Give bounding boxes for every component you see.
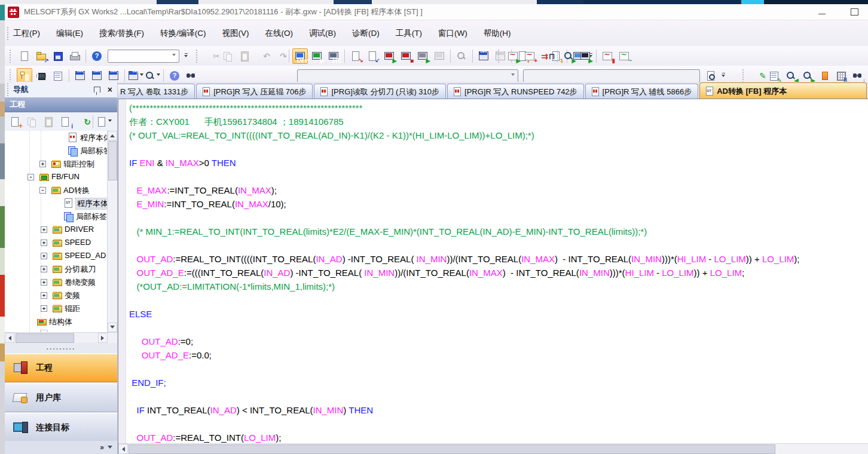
chevron-down-icon[interactable]	[172, 54, 176, 58]
write-to-plc-button[interactable]: ↘	[348, 48, 363, 64]
nav-button-连接目标[interactable]: 连接目标	[5, 413, 117, 442]
cross-reference-button[interactable]	[145, 68, 160, 84]
tree-expander[interactable]: +	[41, 292, 47, 299]
st-edit-button[interactable]: ✎	[750, 68, 765, 84]
tree-vertical-scrollbar[interactable]	[107, 131, 117, 332]
scrollbar-thumb[interactable]	[108, 141, 117, 180]
tree-item-SPEED[interactable]: +SPEED	[5, 236, 117, 249]
find-previous-button[interactable]: ◀	[783, 68, 799, 84]
panel-drag-handle[interactable]	[7, 83, 9, 96]
st-code[interactable]: (***************************************…	[126, 101, 868, 444]
tree-horizontal-scrollbar[interactable]	[5, 332, 117, 343]
scrollbar-thumb[interactable]	[16, 333, 74, 343]
menu-item-在线O[interactable]: 在线(O)	[265, 28, 294, 39]
menu-item-工具T[interactable]: 工具(T)	[396, 28, 422, 39]
tree-item-辊距[interactable]: +辊距	[5, 302, 117, 315]
scrollbar-thumb[interactable]	[129, 444, 775, 454]
menu-item-工程P[interactable]: 工程(P)	[13, 28, 40, 39]
new-project-button[interactable]	[17, 48, 32, 64]
toolbar-drag-handle[interactable]	[497, 50, 500, 63]
bookmark-next-button[interactable]: ↓	[850, 68, 866, 84]
tree-item-辊距控制[interactable]: +辊距控制	[5, 157, 117, 170]
nav-button-用户库[interactable]: 用户库	[5, 384, 117, 412]
function-block-list-button[interactable]	[50, 68, 66, 84]
menu-item-调试B[interactable]: 调试(B)	[309, 28, 336, 39]
toolbar-overflow-find-button[interactable]	[720, 69, 727, 83]
device-batch-button[interactable]: Dev	[106, 68, 121, 84]
menu-item-搜索/替换F[interactable]: 搜索/替换(F)	[99, 28, 144, 39]
device-display-mode-button[interactable]: Dev	[292, 48, 308, 64]
data-property-button[interactable]: i	[57, 114, 73, 130]
sampling-trace-button[interactable]: +	[522, 48, 537, 64]
tree-expander[interactable]: -	[39, 187, 46, 194]
help-button[interactable]: ?	[89, 48, 105, 64]
tree-item-FB/FUN[interactable]: -FB/FUN	[5, 170, 117, 183]
signal-monitor-2-button[interactable]: ~	[616, 48, 632, 64]
toolbar-overflow-standard-button[interactable]	[182, 49, 190, 63]
minimize-button[interactable]	[814, 6, 830, 18]
scroll-left-button[interactable]	[5, 333, 14, 343]
tree-expander[interactable]: -	[27, 174, 34, 180]
open-project-button[interactable]: ↗	[33, 48, 49, 64]
tree-item-程序本体[interactable]: 程序本体	[5, 131, 117, 144]
search-keyword-combo[interactable]	[523, 69, 700, 82]
tree-item-SPEED_AD[interactable]: +SPEED_AD	[5, 249, 117, 262]
tab-R 写入 卷取 1331步[interactable]: R 写入 卷取 1331步	[118, 84, 195, 99]
scroll-down-button[interactable]	[108, 323, 117, 332]
menu-item-窗口W[interactable]: 窗口(W)	[438, 28, 467, 39]
scroll-left-button[interactable]	[118, 444, 128, 454]
tree-expander[interactable]: +	[41, 226, 47, 233]
device-comment-button[interactable]: Dev	[72, 68, 88, 84]
menu-item-编辑E[interactable]: 编辑(E)	[56, 28, 83, 39]
toolbar-drag-handle[interactable]	[7, 27, 9, 40]
timing-chart-button[interactable]: ⊓	[539, 48, 554, 64]
bookmark-toggle-button[interactable]	[817, 68, 832, 84]
toolbar-drag-handle[interactable]	[195, 50, 198, 63]
scroll-right-button[interactable]	[98, 333, 108, 343]
menu-item-转换/编译C[interactable]: 转换/编译(C)	[160, 28, 206, 39]
tree-expander[interactable]: +	[41, 279, 47, 286]
menu-item-视图V[interactable]: 视图(V)	[222, 28, 249, 39]
monitor-watch-button[interactable]: ▶	[415, 48, 430, 64]
tree-item-结构体[interactable]: 结构体	[5, 315, 117, 328]
refresh-view-button[interactable]: ↻	[74, 114, 90, 130]
signal-monitor-1-button[interactable]: ▮	[600, 48, 615, 64]
chevron-down-icon[interactable]	[511, 73, 515, 78]
trend-graph-button[interactable]: ▶	[505, 48, 521, 64]
plc-read-display-button[interactable]: ▶	[309, 48, 325, 64]
tree-item-局部标签[interactable]: 局部标签	[5, 210, 117, 223]
read-from-plc-button[interactable]: ↙	[365, 48, 380, 64]
window-operation-combo[interactable]	[108, 50, 179, 63]
chevron-collapse-icon[interactable]: »	[100, 443, 104, 452]
save-project-button[interactable]	[50, 48, 66, 64]
tree-expander[interactable]: +	[41, 240, 47, 246]
nav-button-工程[interactable]: 工程	[5, 354, 117, 382]
toolbar-drag-handle[interactable]	[9, 69, 11, 82]
instruction-list-button[interactable]: IL	[833, 68, 849, 84]
pin-icon[interactable]	[94, 87, 100, 93]
arrow-down-icon[interactable]	[108, 446, 112, 451]
trace-window-button[interactable]: ▶	[577, 48, 593, 64]
close-icon[interactable]: ×	[108, 85, 112, 94]
tree-expander[interactable]: +	[39, 161, 46, 167]
tree-item-卷绕变频[interactable]: +卷绕变频	[5, 275, 117, 289]
panel-splitter[interactable]: .........	[5, 343, 117, 353]
print-button[interactable]	[67, 48, 82, 64]
page-find-button[interactable]	[703, 68, 719, 84]
scroll-up-button[interactable]	[108, 131, 117, 140]
sort-filter-button[interactable]	[96, 114, 112, 130]
device-memory-button[interactable]: Dev	[89, 68, 105, 84]
module-configuration-button[interactable]	[33, 68, 49, 84]
device-display-1-button[interactable]: Dev	[476, 48, 491, 64]
trace-search-button[interactable]: ▶	[561, 48, 576, 64]
tree-item-局部标签[interactable]: 局部标签	[5, 144, 117, 157]
tree-expander[interactable]: +	[41, 305, 47, 312]
toolbar-drag-handle[interactable]	[742, 69, 744, 82]
tree-expander[interactable]: +	[41, 266, 47, 272]
tab-[PRG]R 写入 辅线 5866步[interactable]: [PRG]R 写入 辅线 5866步	[585, 84, 699, 99]
monitor-start-button[interactable]: ▶	[381, 48, 397, 64]
hint-button[interactable]: ?	[167, 68, 182, 84]
search-history-combo[interactable]	[297, 69, 518, 82]
menu-item-诊断D[interactable]: 诊断(D)	[352, 28, 380, 39]
toolbar-drag-handle[interactable]	[9, 50, 11, 63]
